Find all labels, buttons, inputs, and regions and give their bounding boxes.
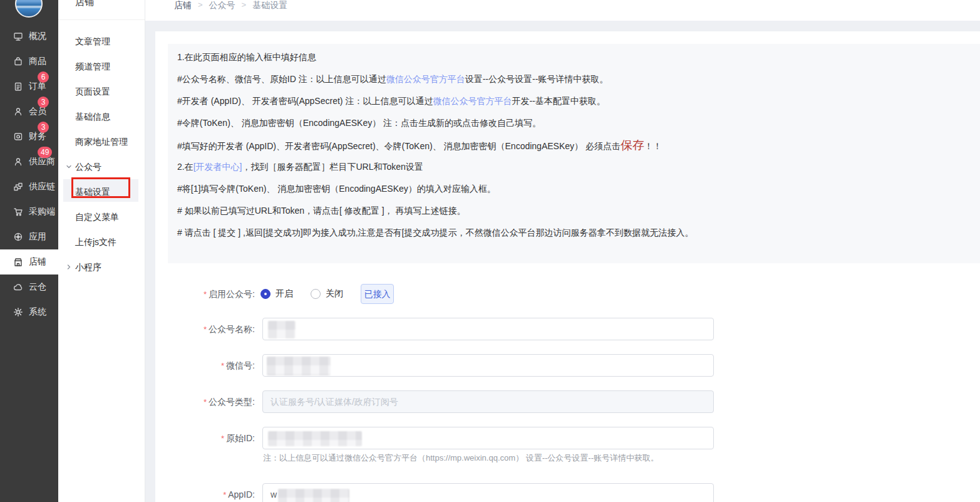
sidebar-item-suppliers[interactable]: 供应商 49 bbox=[0, 149, 58, 174]
account-type-placeholder: 认证服务号/认证媒体/政府订阅号 bbox=[271, 397, 398, 407]
account-type-label: *公众号类型: bbox=[155, 390, 255, 414]
primary-nav: 概况 商品 订单 6 会员 3 财务 3 供应商 49 供应链 bbox=[0, 24, 58, 325]
menu-item-upload-js[interactable]: 上传js文件 bbox=[58, 229, 145, 254]
supplier-icon bbox=[13, 157, 23, 167]
redacted-value bbox=[278, 489, 349, 502]
sidebar-item-procurement[interactable]: 采购端 bbox=[0, 199, 58, 224]
sidebar-item-orders[interactable]: 订单 6 bbox=[0, 74, 58, 99]
sidebar-item-overview[interactable]: 概况 bbox=[0, 24, 58, 49]
secondary-sidebar: 店铺 文章管理 频道管理 页面设置 基础信息 商家地址管理 公众号 基础设置 自… bbox=[58, 0, 145, 502]
content-area: 1.在此页面相应的输入框中填好信息 #公众号名称、微信号、原始ID 注：以上信息… bbox=[145, 21, 980, 502]
sidebar-item-finance[interactable]: 财务 3 bbox=[0, 124, 58, 149]
instruction-line: #令牌(ToKen)、 消息加密密钥（EncodingAESKey） 注：点击生… bbox=[177, 112, 980, 134]
developer-center-link[interactable]: [开发者中心] bbox=[193, 162, 242, 172]
menu-item-merchant-address[interactable]: 商家地址管理 bbox=[58, 129, 145, 154]
save-emphasis: 保存 bbox=[621, 139, 644, 152]
breadcrumb-item-shop[interactable]: 店铺 bbox=[174, 0, 192, 12]
sidebar-item-members[interactable]: 会员 3 bbox=[0, 99, 58, 124]
finance-badge: 3 bbox=[38, 122, 49, 133]
app-id-input[interactable]: w bbox=[262, 483, 714, 502]
sidebar-item-label: 系统 bbox=[29, 306, 46, 318]
shop-icon bbox=[13, 257, 23, 267]
menu-item-article-management[interactable]: 文章管理 bbox=[58, 29, 145, 54]
account-type-input: 认证服务号/认证媒体/政府订阅号 bbox=[262, 390, 714, 413]
instruction-line: # 如果以前已填写过URL和Token，请点击[ 修改配置 ]， 再填写上述链接… bbox=[177, 200, 980, 222]
menu-item-custom-menu[interactable]: 自定义菜单 bbox=[58, 204, 145, 229]
original-id-input[interactable] bbox=[262, 427, 714, 449]
menu-group-mini-program[interactable]: 小程序 bbox=[58, 254, 145, 280]
enable-official-account-row: 开启 关闭 已接入 bbox=[260, 283, 394, 305]
sidebar-item-system[interactable]: 系统 bbox=[0, 300, 58, 325]
bag-icon bbox=[13, 56, 23, 66]
menu-group-official-account[interactable]: 公众号 bbox=[58, 154, 145, 179]
sidebar-item-apps[interactable]: 应用 bbox=[0, 224, 58, 249]
orders-badge: 6 bbox=[38, 71, 49, 83]
account-name-label: *公众号名称: bbox=[155, 318, 255, 341]
enable-official-account-label: *启用公众号: bbox=[155, 283, 255, 306]
sidebar-item-supply-chain[interactable]: 供应链 bbox=[0, 174, 58, 199]
official-platform-link[interactable]: 微信公众号官方平台 bbox=[433, 96, 512, 106]
gear-icon bbox=[13, 307, 23, 317]
breadcrumb: 店铺 > 公众号 > 基础设置 bbox=[174, 0, 287, 12]
breadcrumb-item-basic-settings[interactable]: 基础设置 bbox=[252, 0, 287, 12]
menu-item-basic-info[interactable]: 基础信息 bbox=[58, 104, 145, 129]
member-icon bbox=[13, 107, 23, 117]
connected-status-button[interactable]: 已接入 bbox=[361, 284, 394, 304]
finance-icon bbox=[13, 132, 23, 142]
radio-off-label[interactable]: 关闭 bbox=[326, 288, 343, 300]
radio-off[interactable] bbox=[311, 289, 321, 299]
radio-on-label[interactable]: 开启 bbox=[276, 288, 293, 300]
suppliers-badge: 49 bbox=[38, 147, 52, 158]
breadcrumb-separator: > bbox=[198, 0, 203, 12]
avatar[interactable] bbox=[15, 0, 43, 18]
instruction-line: #将[1]填写令牌(ToKen)、 消息加密密钥（EncodingAESKey）… bbox=[177, 178, 980, 200]
redacted-value bbox=[268, 431, 362, 446]
instruction-line: #开发者 (AppID)、 开发者密码(AppSecret) 注：以上信息可以通… bbox=[177, 90, 980, 112]
cloud-icon bbox=[13, 282, 23, 292]
divider bbox=[58, 19, 145, 20]
radio-on[interactable] bbox=[260, 289, 271, 299]
menu-item-basic-settings[interactable]: 基础设置 bbox=[58, 179, 145, 204]
breadcrumb-item-official-account[interactable]: 公众号 bbox=[209, 0, 235, 12]
chevron-down-icon bbox=[66, 154, 72, 179]
wechat-id-input[interactable] bbox=[262, 354, 714, 377]
monitor-icon bbox=[13, 31, 23, 41]
menu-item-channel-management[interactable]: 频道管理 bbox=[58, 54, 145, 79]
primary-sidebar: 概况 商品 订单 6 会员 3 财务 3 供应商 49 供应链 bbox=[0, 0, 58, 502]
instruction-line: #公众号名称、微信号、原始ID 注：以上信息可以通过微信公众号官方平台设置--公… bbox=[177, 68, 980, 90]
apps-icon bbox=[13, 232, 23, 242]
sidebar-item-cloud-warehouse[interactable]: 云仓 bbox=[0, 275, 58, 300]
chevron-right-icon bbox=[66, 254, 72, 280]
cart-icon bbox=[13, 207, 23, 217]
sidebar-item-label: 云仓 bbox=[29, 281, 46, 293]
app-id-label: *AppID: bbox=[155, 483, 255, 502]
redacted-value bbox=[267, 357, 331, 375]
account-name-input[interactable] bbox=[262, 318, 714, 340]
original-id-note: 注：以上信息可以通过微信公众号官方平台（https://mp.weixin.qq… bbox=[263, 452, 659, 464]
instruction-line: #填写好的开发者 (AppID)、开发者密码(AppSecret)、令牌(ToK… bbox=[177, 134, 980, 156]
secondary-nav: 文章管理 频道管理 页面设置 基础信息 商家地址管理 公众号 基础设置 自定义菜… bbox=[58, 29, 145, 280]
sidebar-item-label: 采购端 bbox=[29, 206, 55, 217]
instruction-line: 1.在此页面相应的输入框中填好信息 bbox=[177, 46, 980, 68]
members-badge: 3 bbox=[38, 97, 49, 108]
top-bar: 店铺 > 公众号 > 基础设置 bbox=[145, 0, 980, 21]
original-id-label: *原始ID: bbox=[155, 427, 255, 450]
sidebar-item-label: 概况 bbox=[29, 31, 46, 42]
instruction-line: # 请点击 [ 提交 ] ,返回[提交成功]即为接入成功,注意是否有[提交成功提… bbox=[177, 222, 980, 244]
sidebar-item-label: 商品 bbox=[29, 56, 46, 67]
instruction-line: 2.在[开发者中心]，找到［服务器配置］栏目下URL和Token设置 bbox=[177, 156, 980, 178]
sidebar-item-label: 店铺 bbox=[29, 256, 46, 268]
breadcrumb-separator: > bbox=[242, 0, 247, 12]
sidebar-item-products[interactable]: 商品 bbox=[0, 49, 58, 74]
sidebar-item-shop[interactable]: 店铺 bbox=[0, 249, 58, 275]
order-icon bbox=[13, 81, 23, 92]
supply-chain-icon bbox=[13, 182, 23, 192]
sidebar-item-label: 供应链 bbox=[29, 181, 55, 192]
menu-item-page-settings[interactable]: 页面设置 bbox=[58, 79, 145, 104]
settings-card: 1.在此页面相应的输入框中填好信息 #公众号名称、微信号、原始ID 注：以上信息… bbox=[155, 31, 980, 502]
sidebar-item-label: 应用 bbox=[29, 231, 46, 243]
official-platform-link[interactable]: 微信公众号官方平台 bbox=[386, 74, 465, 84]
app-id-visible-value: w bbox=[271, 489, 277, 499]
instructions-panel: 1.在此页面相应的输入框中填好信息 #公众号名称、微信号、原始ID 注：以上信息… bbox=[168, 44, 980, 263]
redacted-value bbox=[268, 321, 296, 338]
